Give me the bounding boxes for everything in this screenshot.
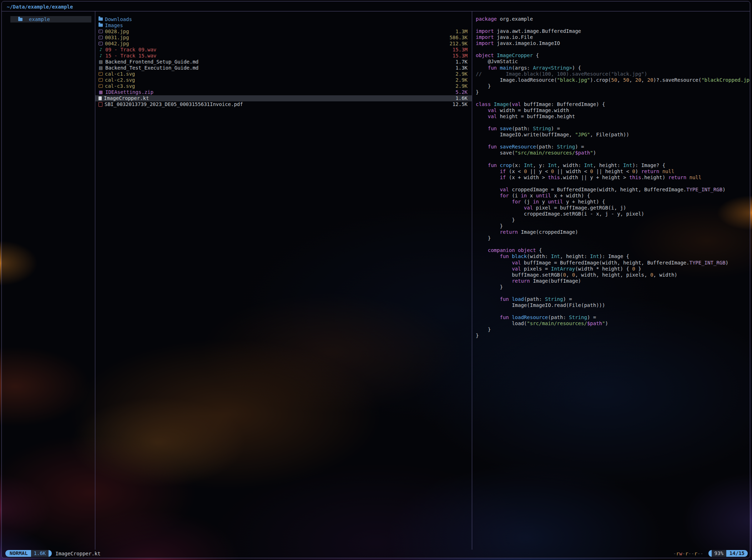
file-permissions: -rw-r--r-- — [673, 551, 703, 556]
file-row[interactable]: Images — [95, 22, 472, 28]
file-name: Images — [105, 22, 123, 28]
file-row[interactable]: cal-c3.svg2.9K — [95, 83, 472, 89]
image-icon — [99, 72, 103, 76]
file-name: 15 - Track 15.wav — [105, 53, 156, 59]
code-line: fun crop(x: Int, y: Int, width: Int, hei… — [476, 162, 750, 168]
file-row[interactable]: 0031.jpg586.3K — [95, 34, 472, 40]
code-line: Image.loadResource("black.jpg").crop(50,… — [476, 77, 750, 83]
code-line: save("src/main/resources/$path") — [476, 150, 750, 156]
code-line: fun loadResource(path: String) = — [476, 314, 750, 321]
code-line — [476, 308, 750, 314]
code-line: companion object { — [476, 247, 750, 253]
code-line: } — [476, 333, 750, 339]
code-line: val croppedImage = BufferedImage(width, … — [476, 187, 750, 193]
folder-icon — [99, 24, 103, 27]
code-line: croppedImage.setRGB(i - x, j - y, pixel) — [476, 211, 750, 217]
code-line: } — [476, 217, 750, 223]
code-line: fun save(path: String) = — [476, 126, 750, 132]
file-name: IDEAsettings.zip — [105, 89, 153, 95]
code-line — [476, 290, 750, 296]
file-name: SBI_0032013739_2023_DE05_0003155631Invoi… — [105, 101, 243, 107]
file-row[interactable]: 0042.jpg212.9K — [95, 40, 472, 46]
code-line: } — [476, 89, 750, 95]
file-size: 586.3K — [449, 35, 468, 40]
file-name: ImageCropper.kt — [104, 95, 149, 101]
audio-icon: ♪ — [99, 54, 103, 58]
file-row[interactable]: ♪15 - Track 15.wav15.3M — [95, 52, 472, 59]
scroll-percent: 93% — [712, 550, 726, 557]
code-line: return Image(buffImage) — [476, 278, 750, 284]
code-line: } — [476, 83, 750, 89]
file-name: Backend_Test_Execution_Guide.md — [105, 65, 198, 71]
status-bar: NORMAL 1.6K ImageCropper.kt -rw-r--r-- 9… — [5, 550, 748, 557]
file-row[interactable]: ▤Backend_Test_Execution_Guide.md1.3K — [95, 65, 472, 71]
file-row[interactable]: cal-c1.svg2.9K — [95, 71, 472, 77]
code-line: return Image(croppedImage) — [476, 229, 750, 235]
file-size: 2.9K — [455, 71, 468, 77]
code-line: buffImage.setRGB(0, 0, width, height, pi… — [476, 272, 750, 278]
mode-badge: NORMAL — [5, 550, 31, 557]
panes-container: example DownloadsImages0028.jpg1.3M0031.… — [2, 11, 750, 550]
file-row[interactable]: ▦IDEAsettings.zip5.2K — [95, 89, 472, 95]
cursor-position: 14/15 — [726, 550, 748, 557]
parent-dir-item[interactable]: example — [10, 16, 91, 22]
file-row[interactable]: cal-c2.svg2.9K — [95, 77, 472, 83]
file-row[interactable]: Downloads — [95, 16, 472, 22]
file-row[interactable]: SBI_0032013739_2023_DE05_0003155631Invoi… — [95, 101, 472, 107]
file-icon — [99, 96, 102, 100]
file-row[interactable]: ImageCropper.kt1.6K — [95, 95, 472, 101]
terminal-window: ~/Data/example/example example Downloads… — [1, 1, 750, 558]
file-size: 12.5K — [453, 101, 468, 107]
code-line — [476, 156, 750, 162]
code-line: class Image(val buffImage: BufferedImage… — [476, 101, 750, 107]
code-line: for (j in y until y + height) { — [476, 199, 750, 205]
image-icon — [99, 84, 103, 88]
preview-pane[interactable]: package org.exampleimport java.awt.image… — [472, 11, 750, 550]
code-line: val width = buffImage.width — [476, 107, 750, 113]
file-name: cal-c3.svg — [105, 83, 135, 89]
code-line: import java.io.File — [476, 34, 750, 40]
file-size: 2.9K — [455, 83, 468, 89]
code-line: val pixel = buffImage.getRGB(i, j) — [476, 205, 750, 211]
code-line: Image(ImageIO.read(File(path))) — [476, 302, 750, 308]
code-line — [476, 181, 750, 187]
markdown-icon: ▤ — [99, 60, 103, 64]
code-line: val buffImage = BufferedImage(width, hei… — [476, 260, 750, 266]
file-size: 5.2K — [455, 89, 468, 95]
cwd-path: ~/Data/example/example — [7, 3, 73, 11]
code-line: import java.awt.image.BufferedImage — [476, 28, 750, 34]
code-line — [476, 120, 750, 126]
file-size: 1.3M — [455, 29, 468, 34]
file-name: cal-c1.svg — [105, 71, 135, 77]
mode-pill: NORMAL 1.6K — [5, 550, 52, 557]
pill-cap-icon — [49, 550, 52, 557]
file-size: 15.3M — [453, 47, 468, 52]
file-size: 1.3K — [455, 65, 468, 71]
code-line: } — [476, 284, 750, 290]
code-line: object ImageCropper { — [476, 52, 750, 59]
file-name: cal-c2.svg — [105, 77, 135, 83]
image-icon — [99, 36, 103, 39]
file-row[interactable]: ♪09 - Track 09.wav15.3M — [95, 46, 472, 52]
file-name: 09 - Track 09.wav — [105, 47, 156, 52]
code-line: package org.example — [476, 16, 750, 22]
code-line — [476, 138, 750, 144]
code-line: import javax.imageio.ImageIO — [476, 40, 750, 46]
code-line — [476, 241, 750, 247]
image-icon — [99, 30, 103, 33]
pill-cap-icon — [708, 550, 712, 557]
image-icon — [99, 78, 103, 82]
code-line — [476, 22, 750, 28]
file-row[interactable]: ▤Backend_Frontend_Setup_Guide.md1.7K — [95, 59, 472, 65]
code-preview: package org.exampleimport java.awt.image… — [476, 16, 750, 339]
file-row[interactable]: 0028.jpg1.3M — [95, 28, 472, 34]
code-line — [476, 95, 750, 101]
code-line: for (i in x until x + width) { — [476, 193, 750, 199]
file-name: Downloads — [105, 16, 132, 22]
code-line: fun black(width: Int, height: Int): Imag… — [476, 253, 750, 259]
code-line: @JvmStatic — [476, 59, 750, 65]
pdf-icon — [99, 102, 102, 107]
file-size-badge: 1.6K — [31, 550, 49, 557]
file-size: 2.9K — [455, 77, 468, 83]
code-line: fun load(path: String) = — [476, 296, 750, 302]
